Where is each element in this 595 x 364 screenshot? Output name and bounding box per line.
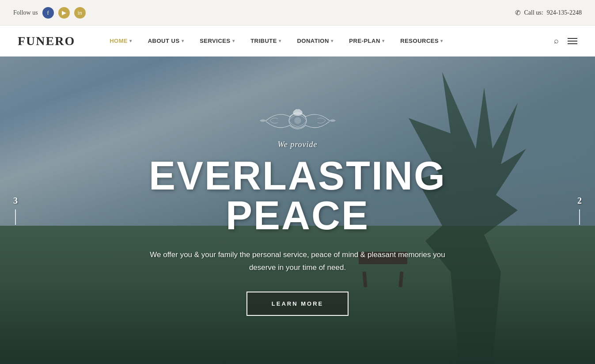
slide-indicator-right[interactable]: 2 bbox=[577, 196, 582, 225]
nav-item-home[interactable]: HOME ▾ bbox=[102, 26, 140, 57]
hero-description: We offer you & your family the personal … bbox=[143, 249, 452, 274]
chevron-down-icon: ▾ bbox=[440, 38, 443, 43]
nav-links: HOME ▾ ABOUT US ▾ SERVICES ▾ TRIBUTE ▾ D… bbox=[102, 26, 554, 57]
nav-right: ⌕ bbox=[554, 36, 577, 46]
slide-line-right bbox=[579, 209, 580, 225]
chevron-down-icon: ▾ bbox=[331, 38, 334, 43]
nav-item-services[interactable]: SERVICES ▾ bbox=[192, 26, 243, 57]
hero-section: 3 bbox=[0, 57, 595, 364]
hero-content: We provide EVERLASTING PEACE We offer yo… bbox=[99, 105, 496, 316]
hero-title: EVERLASTING PEACE bbox=[117, 156, 479, 235]
nav-item-tribute[interactable]: TRIBUTE ▾ bbox=[243, 26, 289, 57]
nav-item-resources[interactable]: RESOURCES ▾ bbox=[392, 26, 451, 57]
top-bar: Follow us f ▶ in ✆ Call us: 924-135-2248 bbox=[0, 0, 595, 26]
chevron-down-icon: ▾ bbox=[182, 38, 184, 43]
call-us-section: ✆ Call us: 924-135-2248 bbox=[515, 9, 582, 17]
call-label: Call us: bbox=[524, 9, 543, 16]
slide-line-left bbox=[15, 209, 16, 225]
site-logo[interactable]: FUNERO bbox=[18, 34, 75, 48]
slide-number-right: 2 bbox=[577, 196, 582, 206]
chevron-down-icon: ▾ bbox=[382, 38, 385, 43]
youtube-icon[interactable]: ▶ bbox=[58, 7, 70, 19]
hero-subtitle: We provide bbox=[117, 140, 479, 149]
chevron-down-icon: ▾ bbox=[279, 38, 281, 43]
chevron-down-icon: ▾ bbox=[129, 38, 132, 43]
facebook-icon[interactable]: f bbox=[42, 7, 54, 19]
navbar: FUNERO HOME ▾ ABOUT US ▾ SERVICES ▾ TRIB… bbox=[0, 26, 595, 57]
nav-item-donation[interactable]: DONATION ▾ bbox=[289, 26, 341, 57]
learn-more-button[interactable]: LEARN MORE bbox=[246, 292, 349, 316]
nav-item-about[interactable]: ABOUT US ▾ bbox=[140, 26, 192, 57]
slide-number-left: 3 bbox=[13, 196, 18, 206]
search-icon[interactable]: ⌕ bbox=[554, 36, 559, 46]
hero-ornament bbox=[258, 105, 337, 136]
linkedin-icon[interactable]: in bbox=[74, 7, 86, 19]
nav-item-preplan[interactable]: PRE-PLAN ▾ bbox=[341, 26, 392, 57]
follow-us-section: Follow us f ▶ in bbox=[13, 7, 86, 19]
svg-point-1 bbox=[294, 117, 300, 123]
phone-icon: ✆ bbox=[515, 9, 521, 17]
chevron-down-icon: ▾ bbox=[232, 38, 235, 43]
slide-indicator-left[interactable]: 3 bbox=[13, 196, 18, 225]
phone-number: 924-135-2248 bbox=[547, 9, 582, 16]
hamburger-menu-icon[interactable] bbox=[568, 38, 577, 44]
follow-us-label: Follow us bbox=[13, 9, 38, 16]
